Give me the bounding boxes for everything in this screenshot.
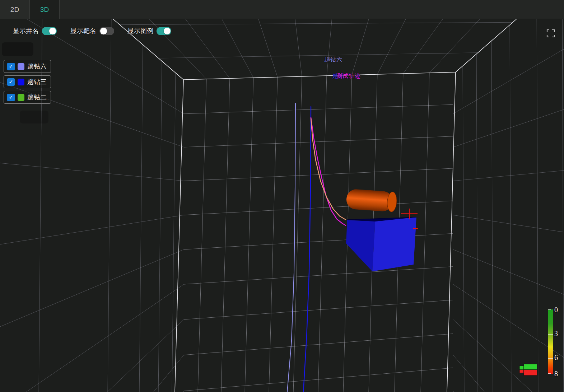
legend-color-swatch [18, 94, 24, 101]
toggle-knob [100, 28, 107, 34]
toggle-group-legend: 显示图例 [127, 27, 171, 35]
trajectory-测试轨迹 [311, 117, 346, 225]
colorbar-tick-label: 8 [554, 370, 558, 378]
legend-item-well-2: ✓ 趟钻二 [4, 91, 51, 104]
scene-label-测试轨迹: 测试轨迹 [336, 73, 361, 80]
legend-item-well-6: ✓ 趟钻六 [4, 60, 51, 73]
legend-shadow-artifact [2, 42, 33, 56]
trajectory-测试轨迹-参考 [311, 118, 346, 220]
toggle-show-well-names[interactable] [42, 27, 57, 35]
view-tab-bar: 2D 3D [0, 0, 564, 19]
trajectory-趟钻六 [287, 103, 295, 392]
trajectory-趟钻三 [303, 107, 311, 392]
well-legend-panel: ✓ 趟钻六 ✓ 趟钻三 ✓ 趟钻二 [4, 60, 51, 106]
toggle-group-well-names: 显示井名 [13, 27, 57, 35]
colorbar-tick-label: 6 [554, 354, 558, 362]
toggle-group-target-names: 显示靶名 [70, 27, 114, 35]
depth-colorbar [548, 309, 553, 374]
legend-checkbox[interactable]: ✓ [7, 63, 15, 70]
toggle-show-legend[interactable] [157, 27, 171, 35]
legend-item-label: 趟钻二 [27, 93, 47, 102]
target-box [346, 217, 416, 271]
scene-label-趟钻六: 趟钻六 [324, 56, 342, 64]
toggle-knob [49, 28, 56, 34]
colorbar-tick [548, 358, 553, 359]
tab-3d[interactable]: 3D [30, 0, 60, 19]
display-options-bar: 显示井名 显示靶名 显示图例 [0, 27, 251, 38]
colorbar-tick [548, 309, 551, 310]
toggle-knob [164, 28, 171, 34]
colorbar-tick-label: 3 [554, 330, 558, 338]
well-3d-viewer: 趟钻六趟钻三测试轨迹 2D 3D 显示井名 显示靶名 显示图例 ✓ 趟钻六 ✓ … [0, 0, 564, 392]
colorbar-tick [548, 334, 553, 335]
depth-marker-object [519, 364, 537, 375]
legend-color-swatch [18, 79, 24, 85]
colorbar-tick [548, 373, 551, 374]
colorbar-tick-label: 0 [554, 306, 558, 314]
toggle-label-legend: 显示图例 [127, 27, 153, 35]
legend-checkbox[interactable]: ✓ [7, 78, 15, 86]
tab-2d[interactable]: 2D [0, 0, 30, 19]
legend-item-label: 趟钻六 [27, 62, 47, 71]
scene-objects [346, 189, 537, 375]
legend-shadow-artifact [20, 111, 48, 123]
legend-item-label: 趟钻三 [27, 78, 47, 86]
fullscreen-icon[interactable] [546, 28, 556, 38]
scene-3d-canvas[interactable] [0, 0, 564, 392]
toggle-show-target-names[interactable] [99, 27, 114, 35]
toggle-label-well-names: 显示井名 [13, 27, 39, 35]
legend-color-swatch [18, 63, 24, 70]
trajectory-lines [287, 103, 346, 392]
legend-item-well-3: ✓ 趟钻三 [4, 75, 51, 88]
casing-cylinder [346, 189, 397, 213]
wireframe-grid [0, 0, 564, 392]
legend-checkbox[interactable]: ✓ [7, 94, 15, 101]
toggle-label-target-names: 显示靶名 [70, 27, 96, 35]
